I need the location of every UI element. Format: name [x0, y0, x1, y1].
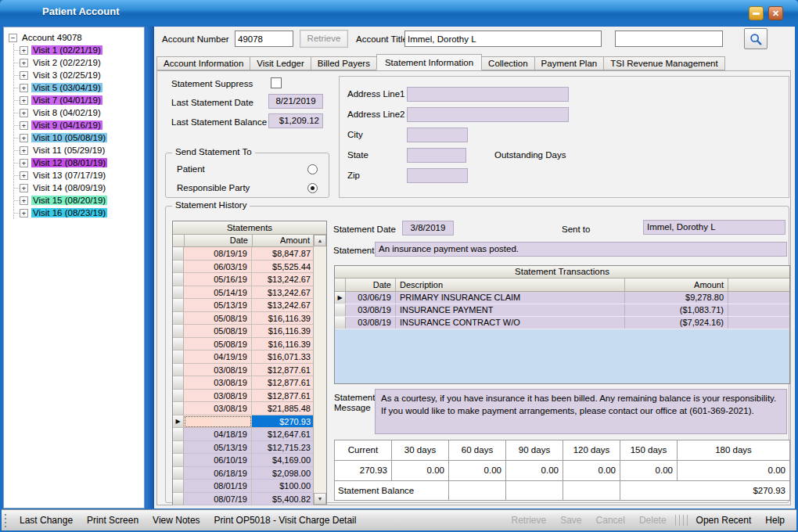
row-selector[interactable]	[173, 325, 184, 338]
statement-date-cell[interactable]: 08/07/19	[184, 493, 252, 506]
tree-item-visit-5[interactable]: +Visit 5 (03/04/19)	[14, 81, 144, 94]
row-selector[interactable]	[173, 312, 184, 325]
row-selector[interactable]	[173, 364, 184, 377]
statement-amount-cell[interactable]: $12,715.23	[252, 441, 313, 455]
address-line1-field[interactable]	[407, 87, 569, 102]
statement-date-cell[interactable]: 08/01/19	[184, 480, 252, 493]
statement-date-cell[interactable]: 06/10/19	[184, 454, 252, 467]
row-selector[interactable]	[335, 317, 346, 329]
statement-date-cell[interactable]: 05/14/19	[184, 286, 252, 300]
statement-row[interactable]: 05/13/19$12,715.23	[173, 441, 313, 455]
city-field[interactable]	[407, 128, 468, 142]
tree-item-visit-12[interactable]: +Visit 12 (08/01/19)	[14, 156, 144, 169]
tab-billed-payers[interactable]: Billed Payers	[311, 56, 377, 70]
state-field[interactable]	[407, 148, 466, 163]
statement-row[interactable]: 06/03/19$5,525.44	[173, 261, 313, 274]
expand-plus-icon[interactable]: +	[20, 96, 28, 105]
statement-row[interactable]: 03/08/19$12,877.61	[173, 376, 313, 390]
statement-amount-cell[interactable]: $8,847.87	[252, 247, 313, 261]
row-selector[interactable]	[173, 493, 184, 506]
statement-date-cell[interactable]: 06/18/19	[184, 467, 252, 480]
statement-row[interactable]: 05/14/19$13,242.67	[173, 286, 313, 300]
row-selector[interactable]	[173, 428, 184, 441]
tree-item-visit-8[interactable]: +Visit 8 (04/02/19)	[14, 106, 144, 119]
minimize-button[interactable]	[749, 6, 764, 20]
statusbar-item-delete[interactable]: Delete	[632, 515, 674, 526]
statement-date-cell[interactable]: 03/08/19	[184, 364, 252, 377]
statement-row[interactable]: 03/08/19$21,885.48	[173, 402, 313, 415]
row-selector[interactable]	[173, 261, 184, 274]
address-line2-field[interactable]	[407, 107, 569, 122]
search-button[interactable]	[744, 28, 767, 49]
date-column-header[interactable]: Date	[185, 235, 253, 246]
expand-plus-icon[interactable]: +	[20, 46, 28, 55]
statement-row[interactable]: 05/08/19$16,116.39	[173, 338, 313, 351]
statement-amount-cell[interactable]: $100.00	[252, 480, 313, 493]
row-selector[interactable]	[173, 350, 184, 364]
statement-row[interactable]: 03/08/19$12,877.61	[173, 364, 313, 377]
tree-item-visit-7[interactable]: +Visit 7 (04/01/19)	[14, 94, 144, 106]
tree-item-visit-14[interactable]: +Visit 14 (08/09/19)	[14, 182, 144, 194]
statement-date-cell[interactable]: 05/13/19	[184, 441, 252, 455]
transaction-row[interactable]: ▶03/06/19PRIMARY INSURANCE CLAIM$9,278.8…	[335, 292, 789, 304]
row-selector[interactable]	[335, 304, 346, 316]
tree-item-account[interactable]: − Account 49078	[9, 31, 144, 44]
row-selector[interactable]	[173, 299, 184, 312]
row-selector[interactable]	[173, 480, 184, 493]
expand-plus-icon[interactable]: +	[20, 159, 28, 167]
date-column-header[interactable]: Date	[346, 279, 396, 291]
expand-plus-icon[interactable]: +	[20, 146, 28, 155]
tab-payment-plan[interactable]: Payment Plan	[534, 56, 605, 70]
statement-row[interactable]: 05/16/19$13,242.67	[173, 273, 313, 286]
expand-plus-icon[interactable]: +	[20, 196, 28, 205]
statement-amount-cell[interactable]: $12,877.61	[252, 390, 313, 403]
expand-plus-icon[interactable]: +	[20, 109, 28, 117]
statement-date-cell[interactable]: 06/03/19	[184, 261, 252, 274]
tree-item-visit-3[interactable]: +Visit 3 (02/25/19)	[14, 69, 144, 81]
statement-amount-cell[interactable]: $4,169.00	[252, 454, 313, 467]
tree-item-visit-9[interactable]: +Visit 9 (04/16/19)	[14, 119, 144, 131]
expand-plus-icon[interactable]: +	[20, 134, 28, 142]
panel-splitter[interactable]	[146, 27, 154, 509]
statement-date-cell[interactable]: 05/13/19	[184, 299, 252, 312]
row-selector[interactable]	[173, 390, 184, 403]
statement-amount-cell[interactable]: $5,525.44	[252, 261, 313, 274]
statusbar-item-last-change[interactable]: Last Change	[13, 515, 80, 526]
row-selector[interactable]	[173, 467, 184, 480]
statusbar-item-print-op5018-visit-charge-detail[interactable]: Print OP5018 - Visit Charge Detail	[207, 515, 364, 526]
statement-row[interactable]: 06/10/19$4,169.00	[173, 454, 313, 467]
statement-amount-cell[interactable]: $2,098.00	[252, 467, 313, 480]
statement-amount-cell[interactable]: $21,885.48	[252, 402, 313, 415]
transaction-row[interactable]: 03/08/19INSURANCE CONTRACT W/O($7,924.16…	[335, 317, 789, 329]
row-selector[interactable]	[173, 338, 184, 351]
statement-amount-cell[interactable]: $5,400.82	[252, 493, 313, 506]
retrieve-button[interactable]: Retrieve	[300, 30, 348, 48]
expand-plus-icon[interactable]: +	[20, 121, 28, 130]
statement-date-cell[interactable]: 05/08/19	[184, 338, 252, 351]
statement-row[interactable]: 03/08/19$12,877.61	[173, 390, 313, 403]
expand-plus-icon[interactable]: +	[20, 71, 28, 80]
expand-plus-icon[interactable]: +	[20, 84, 28, 92]
search-input[interactable]	[615, 31, 723, 47]
statement-date-cell[interactable]: 03/08/19	[184, 376, 252, 390]
amount-column-header[interactable]: Amount	[625, 279, 728, 291]
radio-patient[interactable]	[307, 164, 318, 174]
statement-row[interactable]: 05/13/19$13,242.67	[173, 299, 313, 312]
statement-amount-cell[interactable]: $16,071.33	[252, 350, 313, 364]
statement-amount-cell[interactable]: $13,242.67	[252, 286, 313, 300]
account-number-input[interactable]	[235, 31, 293, 47]
radio-responsible-party[interactable]	[307, 183, 318, 193]
expand-plus-icon[interactable]: +	[20, 209, 28, 217]
statement-row[interactable]: 06/18/19$2,098.00	[173, 467, 313, 480]
statement-row[interactable]: 04/19/19$16,071.33	[173, 350, 313, 364]
tree-item-visit-10[interactable]: +Visit 10 (05/08/19)	[14, 131, 144, 144]
row-selector[interactable]	[173, 286, 184, 300]
collapse-minus-icon[interactable]: −	[9, 34, 17, 42]
statement-row[interactable]: 05/08/19$16,116.39	[173, 312, 313, 325]
statement-amount-cell[interactable]: $16,116.39	[252, 312, 313, 325]
statement-date-cell[interactable]: 03/08/19	[184, 402, 252, 415]
expand-plus-icon[interactable]: +	[20, 171, 28, 180]
statement-date-cell[interactable]: 05/08/19	[184, 325, 252, 338]
tree-item-visit-1[interactable]: +Visit 1 (02/21/19)	[14, 44, 144, 56]
statusbar-item-view-notes[interactable]: View Notes	[146, 515, 207, 526]
